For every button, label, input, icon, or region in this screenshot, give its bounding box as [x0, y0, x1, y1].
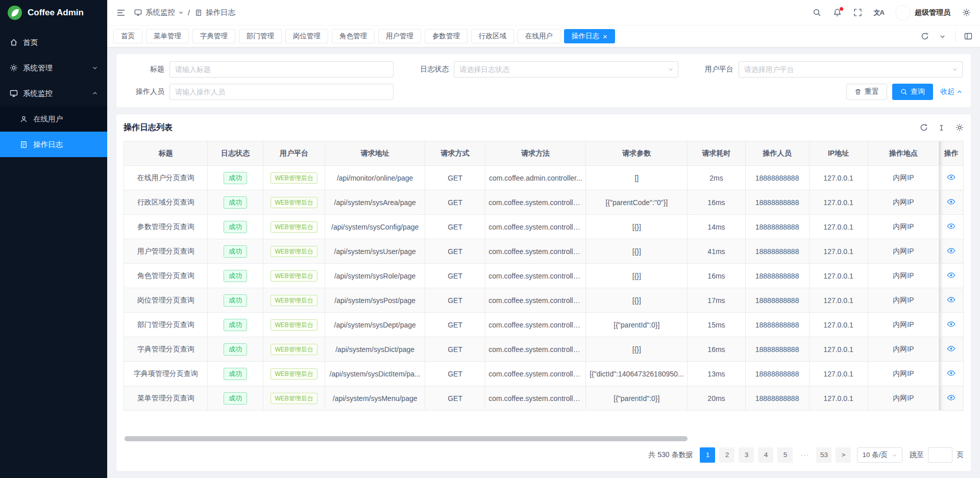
tab-item[interactable]: 在线用户	[518, 29, 560, 43]
cell-title: 用户管理分页查询	[124, 239, 208, 264]
sidebar-item-home[interactable]: 首页	[0, 30, 107, 55]
coffee-logo-icon	[7, 5, 22, 20]
cell-operator: 18888888888	[745, 362, 809, 386]
refresh-icon[interactable]	[919, 123, 928, 132]
text-height-icon[interactable]	[937, 123, 946, 132]
table-row: 用户管理分页查询成功WEB管理后台/api/system/sysUser/pag…	[124, 239, 964, 264]
tab-item[interactable]: 角色管理	[332, 29, 375, 43]
view-detail-button[interactable]	[947, 295, 955, 304]
chevron-down-icon[interactable]	[938, 32, 947, 41]
cell-duration: 16ms	[688, 190, 745, 215]
jump-page-input[interactable]	[928, 447, 952, 463]
eye-icon	[947, 344, 955, 353]
tab-item[interactable]: 字典管理	[192, 29, 235, 43]
table-row: 在线用户分页查询成功WEB管理后台/api/monitor/online/pag…	[124, 166, 964, 190]
tab-item[interactable]: 首页	[113, 29, 142, 43]
cell-request-url: /api/system/sysMenu/page	[325, 386, 425, 411]
layout-panel-icon[interactable]	[964, 32, 973, 41]
view-detail-button[interactable]	[947, 246, 955, 255]
view-detail-button[interactable]	[947, 393, 955, 402]
tab-item[interactable]: 操作日志×	[564, 29, 615, 43]
tab-item[interactable]: 菜单管理	[146, 29, 189, 43]
scrollbar-thumb[interactable]	[125, 436, 688, 441]
sidebar-item-system-management[interactable]: 系统管理	[0, 55, 107, 81]
table-row: 参数管理分页查询成功WEB管理后台/api/system/sysConfig/p…	[124, 215, 964, 239]
user-icon	[19, 115, 28, 123]
page-number-button[interactable]: 4	[758, 447, 773, 463]
column-header: 操作	[939, 141, 964, 166]
next-page-button[interactable]: >	[836, 447, 851, 463]
cell-request-params: [{}]	[586, 337, 688, 362]
sidebar-item-online-users[interactable]: 在线用户	[0, 106, 107, 132]
cell-operator: 18888888888	[745, 337, 809, 362]
chevron-up-icon	[957, 89, 963, 95]
search-icon	[900, 88, 908, 95]
sidebar: Coffee Admin 首页 系统管理	[0, 0, 107, 478]
cell-request-method: GET	[425, 239, 485, 264]
cell-status: 成功	[208, 215, 263, 239]
sidebar-item-operation-log[interactable]: 操作日志	[0, 132, 107, 157]
collapse-filters-link[interactable]: 收起	[940, 87, 963, 96]
translate-icon[interactable]: 文A	[874, 8, 884, 17]
notification-bell-icon[interactable]	[833, 8, 842, 17]
tab-item[interactable]: 部门管理	[239, 29, 282, 43]
user-menu[interactable]: 超级管理员	[895, 5, 950, 20]
sidebar-item-system-monitor[interactable]: 系统监控	[0, 81, 107, 106]
search-icon[interactable]	[813, 8, 822, 17]
jump-suffix: 页	[957, 450, 964, 460]
log-status-select[interactable]	[454, 61, 678, 78]
eye-icon	[947, 197, 955, 206]
view-detail-button[interactable]	[947, 271, 955, 280]
settings-gear-icon[interactable]	[962, 8, 971, 17]
tab-item[interactable]: 用户管理	[378, 29, 421, 43]
page-number-button[interactable]: 2	[719, 447, 734, 463]
cell-request-params: [{}]	[586, 264, 688, 288]
eye-icon	[947, 295, 955, 304]
reset-button[interactable]: 重置	[846, 84, 887, 100]
open-tabs: 首页菜单管理字典管理部门管理岗位管理角色管理用户管理参数管理行政区域在线用户操作…	[113, 29, 913, 43]
cell-request-url: /api/system/sysDict/page	[325, 337, 425, 362]
cell-request-handler: com.coffee.system.controlle...	[485, 239, 586, 264]
cell-ip: 127.0.0.1	[809, 337, 868, 362]
page-size-select[interactable]: 10 条/页	[857, 447, 902, 463]
tab-label: 参数管理	[432, 32, 460, 41]
view-detail-button[interactable]	[947, 320, 955, 329]
fullscreen-icon[interactable]	[853, 8, 863, 17]
cell-location: 内网IP	[868, 190, 939, 215]
tab-item[interactable]: 参数管理	[425, 29, 468, 43]
card-title: 操作日志列表	[124, 122, 173, 133]
page-number-button[interactable]: 3	[739, 447, 754, 463]
title-input[interactable]	[169, 61, 394, 78]
tab-label: 操作日志	[572, 32, 599, 41]
cell-status: 成功	[208, 337, 263, 362]
tab-close-icon[interactable]: ×	[603, 33, 607, 40]
cell-duration: 2ms	[688, 166, 745, 190]
cell-request-handler: com.coffee.system.controlle...	[485, 313, 586, 337]
page-numbers: 12345···53	[700, 447, 831, 463]
view-detail-button[interactable]	[947, 344, 955, 353]
tab-label: 首页	[121, 32, 135, 41]
cell-request-url: /api/system/sysPost/page	[325, 288, 425, 313]
cell-request-url: /api/system/sysRole/page	[325, 264, 425, 288]
refresh-icon[interactable]	[920, 32, 929, 41]
tab-bar: 首页菜单管理字典管理部门管理岗位管理角色管理用户管理参数管理行政区域在线用户操作…	[107, 26, 980, 47]
cell-platform: WEB管理后台	[263, 288, 325, 313]
view-detail-button[interactable]	[947, 222, 955, 231]
tab-item[interactable]: 行政区域	[471, 29, 514, 43]
breadcrumb-item-monitor[interactable]: 系统监控	[134, 8, 184, 17]
search-button[interactable]: 查询	[892, 84, 933, 100]
operator-input[interactable]	[169, 84, 394, 100]
column-settings-gear-icon[interactable]	[955, 123, 964, 132]
view-detail-button[interactable]	[947, 173, 955, 182]
view-detail-button[interactable]	[947, 197, 955, 206]
page-number-button[interactable]: 1	[700, 447, 715, 463]
filter-label: 用户平台	[694, 65, 733, 74]
user-platform-select[interactable]	[739, 61, 963, 78]
view-detail-button[interactable]	[947, 369, 955, 378]
cell-request-url: /api/monitor/online/page	[325, 166, 425, 190]
collapse-sidebar-icon[interactable]	[116, 8, 126, 17]
cell-location: 内网IP	[868, 264, 939, 288]
page-number-button[interactable]: 53	[816, 447, 831, 463]
page-number-button[interactable]: 5	[777, 447, 793, 463]
tab-item[interactable]: 岗位管理	[285, 29, 328, 43]
